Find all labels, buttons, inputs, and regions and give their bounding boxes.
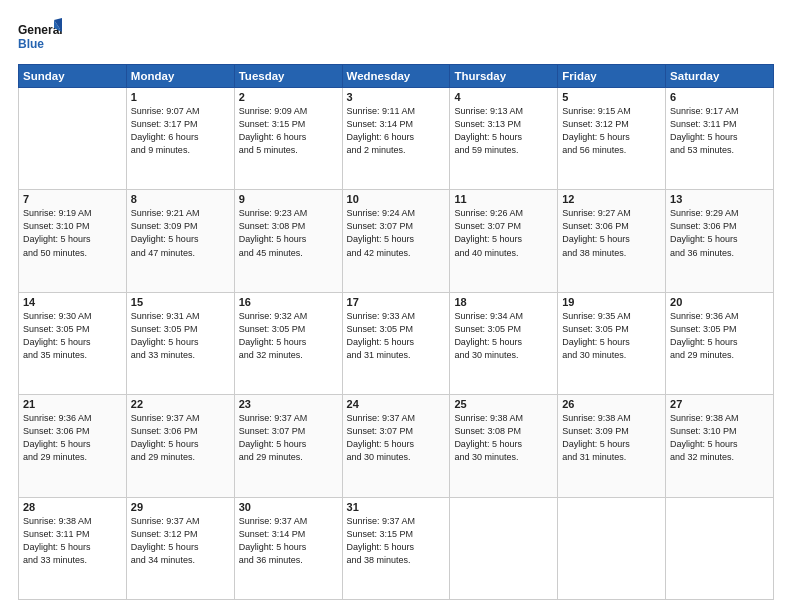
calendar-day-20: 20Sunrise: 9:36 AM Sunset: 3:05 PM Dayli… [666,292,774,394]
calendar-day-29: 29Sunrise: 9:37 AM Sunset: 3:12 PM Dayli… [126,497,234,599]
day-number: 2 [239,91,338,103]
calendar-day-25: 25Sunrise: 9:38 AM Sunset: 3:08 PM Dayli… [450,395,558,497]
calendar-day-4: 4Sunrise: 9:13 AM Sunset: 3:13 PM Daylig… [450,88,558,190]
day-info: Sunrise: 9:37 AM Sunset: 3:07 PM Dayligh… [347,412,446,464]
day-info: Sunrise: 9:37 AM Sunset: 3:14 PM Dayligh… [239,515,338,567]
empty-cell [666,497,774,599]
calendar-day-15: 15Sunrise: 9:31 AM Sunset: 3:05 PM Dayli… [126,292,234,394]
day-number: 23 [239,398,338,410]
calendar-day-27: 27Sunrise: 9:38 AM Sunset: 3:10 PM Dayli… [666,395,774,497]
calendar-day-5: 5Sunrise: 9:15 AM Sunset: 3:12 PM Daylig… [558,88,666,190]
day-number: 14 [23,296,122,308]
day-number: 4 [454,91,553,103]
day-info: Sunrise: 9:31 AM Sunset: 3:05 PM Dayligh… [131,310,230,362]
day-number: 28 [23,501,122,513]
day-info: Sunrise: 9:36 AM Sunset: 3:06 PM Dayligh… [23,412,122,464]
calendar-week-5: 28Sunrise: 9:38 AM Sunset: 3:11 PM Dayli… [19,497,774,599]
day-number: 19 [562,296,661,308]
day-number: 5 [562,91,661,103]
calendar-day-21: 21Sunrise: 9:36 AM Sunset: 3:06 PM Dayli… [19,395,127,497]
logo: General Blue [18,18,62,56]
empty-cell [450,497,558,599]
calendar-day-22: 22Sunrise: 9:37 AM Sunset: 3:06 PM Dayli… [126,395,234,497]
day-info: Sunrise: 9:09 AM Sunset: 3:15 PM Dayligh… [239,105,338,157]
day-info: Sunrise: 9:38 AM Sunset: 3:10 PM Dayligh… [670,412,769,464]
day-number: 15 [131,296,230,308]
day-info: Sunrise: 9:21 AM Sunset: 3:09 PM Dayligh… [131,207,230,259]
day-info: Sunrise: 9:32 AM Sunset: 3:05 PM Dayligh… [239,310,338,362]
day-number: 31 [347,501,446,513]
day-number: 1 [131,91,230,103]
day-info: Sunrise: 9:17 AM Sunset: 3:11 PM Dayligh… [670,105,769,157]
calendar-day-6: 6Sunrise: 9:17 AM Sunset: 3:11 PM Daylig… [666,88,774,190]
calendar-day-9: 9Sunrise: 9:23 AM Sunset: 3:08 PM Daylig… [234,190,342,292]
day-header-saturday: Saturday [666,65,774,88]
calendar-day-19: 19Sunrise: 9:35 AM Sunset: 3:05 PM Dayli… [558,292,666,394]
day-number: 20 [670,296,769,308]
day-number: 17 [347,296,446,308]
header: General Blue [18,18,774,56]
day-info: Sunrise: 9:36 AM Sunset: 3:05 PM Dayligh… [670,310,769,362]
calendar-day-13: 13Sunrise: 9:29 AM Sunset: 3:06 PM Dayli… [666,190,774,292]
day-info: Sunrise: 9:29 AM Sunset: 3:06 PM Dayligh… [670,207,769,259]
day-info: Sunrise: 9:13 AM Sunset: 3:13 PM Dayligh… [454,105,553,157]
calendar-day-8: 8Sunrise: 9:21 AM Sunset: 3:09 PM Daylig… [126,190,234,292]
day-header-wednesday: Wednesday [342,65,450,88]
day-number: 3 [347,91,446,103]
day-header-thursday: Thursday [450,65,558,88]
day-info: Sunrise: 9:26 AM Sunset: 3:07 PM Dayligh… [454,207,553,259]
calendar-day-30: 30Sunrise: 9:37 AM Sunset: 3:14 PM Dayli… [234,497,342,599]
calendar-day-26: 26Sunrise: 9:38 AM Sunset: 3:09 PM Dayli… [558,395,666,497]
calendar-day-28: 28Sunrise: 9:38 AM Sunset: 3:11 PM Dayli… [19,497,127,599]
day-number: 26 [562,398,661,410]
calendar-day-11: 11Sunrise: 9:26 AM Sunset: 3:07 PM Dayli… [450,190,558,292]
day-info: Sunrise: 9:37 AM Sunset: 3:15 PM Dayligh… [347,515,446,567]
day-info: Sunrise: 9:38 AM Sunset: 3:08 PM Dayligh… [454,412,553,464]
day-number: 30 [239,501,338,513]
day-number: 21 [23,398,122,410]
day-info: Sunrise: 9:37 AM Sunset: 3:06 PM Dayligh… [131,412,230,464]
day-number: 12 [562,193,661,205]
day-number: 24 [347,398,446,410]
day-number: 6 [670,91,769,103]
calendar-day-3: 3Sunrise: 9:11 AM Sunset: 3:14 PM Daylig… [342,88,450,190]
empty-cell [558,497,666,599]
day-info: Sunrise: 9:07 AM Sunset: 3:17 PM Dayligh… [131,105,230,157]
day-info: Sunrise: 9:33 AM Sunset: 3:05 PM Dayligh… [347,310,446,362]
day-header-tuesday: Tuesday [234,65,342,88]
calendar-week-2: 7Sunrise: 9:19 AM Sunset: 3:10 PM Daylig… [19,190,774,292]
calendar-day-31: 31Sunrise: 9:37 AM Sunset: 3:15 PM Dayli… [342,497,450,599]
svg-text:Blue: Blue [18,37,44,51]
calendar-header-row: SundayMondayTuesdayWednesdayThursdayFrid… [19,65,774,88]
day-info: Sunrise: 9:37 AM Sunset: 3:07 PM Dayligh… [239,412,338,464]
calendar-day-7: 7Sunrise: 9:19 AM Sunset: 3:10 PM Daylig… [19,190,127,292]
calendar-table: SundayMondayTuesdayWednesdayThursdayFrid… [18,64,774,600]
day-info: Sunrise: 9:38 AM Sunset: 3:11 PM Dayligh… [23,515,122,567]
day-info: Sunrise: 9:15 AM Sunset: 3:12 PM Dayligh… [562,105,661,157]
day-info: Sunrise: 9:34 AM Sunset: 3:05 PM Dayligh… [454,310,553,362]
day-header-friday: Friday [558,65,666,88]
day-number: 7 [23,193,122,205]
calendar-day-23: 23Sunrise: 9:37 AM Sunset: 3:07 PM Dayli… [234,395,342,497]
calendar-week-1: 1Sunrise: 9:07 AM Sunset: 3:17 PM Daylig… [19,88,774,190]
day-number: 16 [239,296,338,308]
day-number: 10 [347,193,446,205]
day-header-monday: Monday [126,65,234,88]
day-number: 29 [131,501,230,513]
calendar-week-4: 21Sunrise: 9:36 AM Sunset: 3:06 PM Dayli… [19,395,774,497]
day-number: 27 [670,398,769,410]
day-info: Sunrise: 9:19 AM Sunset: 3:10 PM Dayligh… [23,207,122,259]
day-header-sunday: Sunday [19,65,127,88]
day-number: 25 [454,398,553,410]
day-info: Sunrise: 9:35 AM Sunset: 3:05 PM Dayligh… [562,310,661,362]
day-number: 22 [131,398,230,410]
page: General Blue SundayMondayTuesdayWednesda… [0,0,792,612]
day-info: Sunrise: 9:30 AM Sunset: 3:05 PM Dayligh… [23,310,122,362]
day-info: Sunrise: 9:38 AM Sunset: 3:09 PM Dayligh… [562,412,661,464]
day-info: Sunrise: 9:27 AM Sunset: 3:06 PM Dayligh… [562,207,661,259]
calendar-day-24: 24Sunrise: 9:37 AM Sunset: 3:07 PM Dayli… [342,395,450,497]
day-number: 11 [454,193,553,205]
calendar-day-17: 17Sunrise: 9:33 AM Sunset: 3:05 PM Dayli… [342,292,450,394]
day-info: Sunrise: 9:37 AM Sunset: 3:12 PM Dayligh… [131,515,230,567]
calendar-week-3: 14Sunrise: 9:30 AM Sunset: 3:05 PM Dayli… [19,292,774,394]
